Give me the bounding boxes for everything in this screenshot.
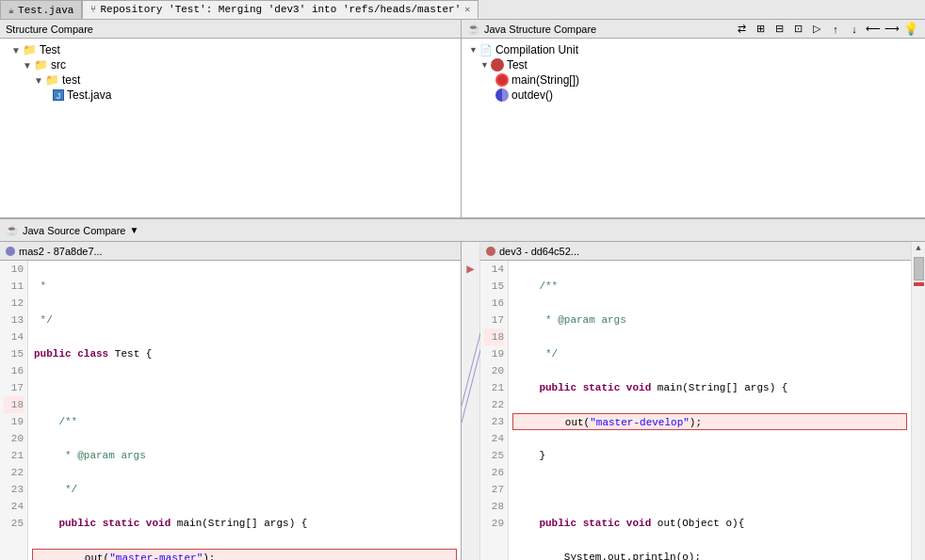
svg-line-1 [462,350,480,423]
scroll-up-arrow[interactable]: ▲ [916,244,920,253]
connector-area: ▶ [462,242,480,560]
tree-arrow[interactable]: ▼ [34,75,43,86]
tree-arrow[interactable]: ▼ [480,60,489,70]
toolbar-btn-4[interactable]: ⊡ [789,21,806,38]
tree-item-compilation-unit[interactable]: ▼ 📄 Compilation Unit [465,42,921,57]
tab-merge[interactable]: ⑂ Repository 'Test': Merging 'dev3' into… [82,0,479,19]
right-code-content[interactable]: /** * @param args */ public static void … [509,261,911,560]
main-window: ☕ Test.java ⑂ Repository 'Test': Merging… [0,0,925,560]
tab-bar: ☕ Test.java ⑂ Repository 'Test': Merging… [0,0,925,20]
tree-label: Compilation Unit [495,43,578,56]
lightbulb-icon[interactable]: 💡 [902,21,919,38]
source-compare-content: mas2 - 87a8de7... 10 11 12 13 14 15 16 1… [0,242,925,560]
left-branch-dot [6,247,15,256]
compilation-unit-icon: 📄 [479,44,493,56]
method-changed-icon [495,73,509,87]
tree-label: Test.java [67,88,111,102]
tab-test-java[interactable]: ☕ Test.java [0,0,82,19]
tree-arrow[interactable]: ▼ [469,45,478,55]
toolbar-btn-5[interactable]: ▷ [808,21,825,38]
left-branch-header: mas2 - 87a8de7... [0,242,461,261]
method-added-icon [495,88,509,102]
tree-item-main-method[interactable]: main(String[]) [465,72,921,88]
toolbar-btn-6[interactable]: ↑ [827,21,844,38]
tree-item-test-class[interactable]: ▼ Test [465,57,921,72]
tree-label: Test [40,43,60,56]
tab-label: Test.java [18,5,73,16]
tree-item-test-folder[interactable]: ▼ 📁 test [4,72,457,88]
connector-svg [462,242,480,560]
java-structure-compare-panel: ☕ Java Structure Compare ⇄ ⊞ ⊟ ⊡ ▷ ↑ ↓ ⟵… [462,20,925,217]
toolbar-btn-9[interactable]: ⟶ [884,21,901,38]
source-compare-title: Java Source Compare [23,225,125,236]
structure-tree[interactable]: ▼ 📁 Test ▼ 📁 src ▼ 📁 test [0,39,461,217]
folder-icon: 📁 [34,58,48,72]
toolbar-btn-7[interactable]: ↓ [846,21,863,38]
right-branch-header: dev3 - dd64c52... [480,242,911,261]
tree-item-outdev-method[interactable]: outdev() [465,88,921,103]
vertical-scrollbar-thumb[interactable] [914,257,924,280]
class-icon [491,58,504,72]
upper-content: Structure Compare ▼ 📁 Test ▼ 📁 src [0,20,925,217]
left-code-content[interactable]: * */ public class Test { /** * @param ar… [28,261,461,560]
diff-marker [914,282,924,286]
toolbar-btn-3[interactable]: ⊟ [771,21,787,38]
source-compare-section: ☕ Java Source Compare ▼ mas2 - 87a8de7..… [0,217,925,560]
java-structure-title: Java Structure Compare [484,24,596,35]
dropdown-arrow[interactable]: ▼ [129,225,138,235]
merge-icon: ⑂ [90,5,96,15]
tree-item-test-java[interactable]: J Test.java [4,88,457,103]
right-vertical-scrollbar[interactable]: ▲ ▼ [911,242,925,560]
right-line-numbers: 14 15 16 17 18 19 20 21 22 23 24 25 26 2… [480,261,509,560]
tree-arrow[interactable]: ▼ [23,60,32,71]
tree-label: main(String[]) [511,73,579,87]
tree-item-src[interactable]: ▼ 📁 src [4,57,457,72]
tree-label: test [62,73,80,87]
folder-icon: 📁 [45,73,59,87]
source-compare-icon: ☕ [6,224,19,236]
svg-line-0 [462,333,480,406]
toolbar-btn-2[interactable]: ⊞ [752,21,769,38]
left-line-numbers: 10 11 12 13 14 15 16 17 18 19 20 21 22 2… [0,261,28,560]
left-branch-label: mas2 - 87a8de7... [19,246,103,257]
tree-label: Test [507,58,527,72]
java-structure-icon: ☕ [467,23,480,35]
panel-toolbar: ⇄ ⊞ ⊟ ⊡ ▷ ↑ ↓ ⟵ ⟶ 💡 [733,21,919,38]
right-branch-label: dev3 - dd64c52... [499,246,579,257]
right-code-area[interactable]: 14 15 16 17 18 19 20 21 22 23 24 25 26 2… [480,261,911,560]
tree-label: src [51,58,66,72]
tree-label: outdev() [511,88,553,102]
folder-icon: 📁 [23,43,37,56]
tree-item-test[interactable]: ▼ 📁 Test [4,42,457,57]
java-icon: ☕ [8,5,14,16]
structure-compare-panel: Structure Compare ▼ 📁 Test ▼ 📁 src [0,20,462,217]
right-branch-dot [486,247,495,256]
source-compare-toolbar: ☕ Java Source Compare ▼ [0,219,925,242]
structure-compare-header: Structure Compare [0,20,461,39]
close-icon[interactable]: ✕ [464,4,470,15]
source-pane-left: mas2 - 87a8de7... 10 11 12 13 14 15 16 1… [0,242,462,560]
java-structure-compare-header: ☕ Java Structure Compare ⇄ ⊞ ⊟ ⊡ ▷ ↑ ↓ ⟵… [462,20,925,39]
tree-arrow[interactable]: ▼ [11,45,21,56]
structure-compare-title: Structure Compare [6,24,93,35]
tab-label: Repository 'Test': Merging 'dev3' into '… [100,4,461,15]
java-structure-tree[interactable]: ▼ 📄 Compilation Unit ▼ Test main(String[… [462,39,925,217]
source-pane-right: dev3 - dd64c52... 14 15 16 17 18 19 20 2… [480,242,911,560]
toolbar-btn-1[interactable]: ⇄ [733,21,750,38]
panel-title-area: ☕ Java Structure Compare [467,23,596,35]
java-file-icon: J [53,89,64,101]
left-code-area[interactable]: 10 11 12 13 14 15 16 17 18 19 20 21 22 2… [0,261,461,560]
toolbar-btn-8[interactable]: ⟵ [865,21,882,38]
